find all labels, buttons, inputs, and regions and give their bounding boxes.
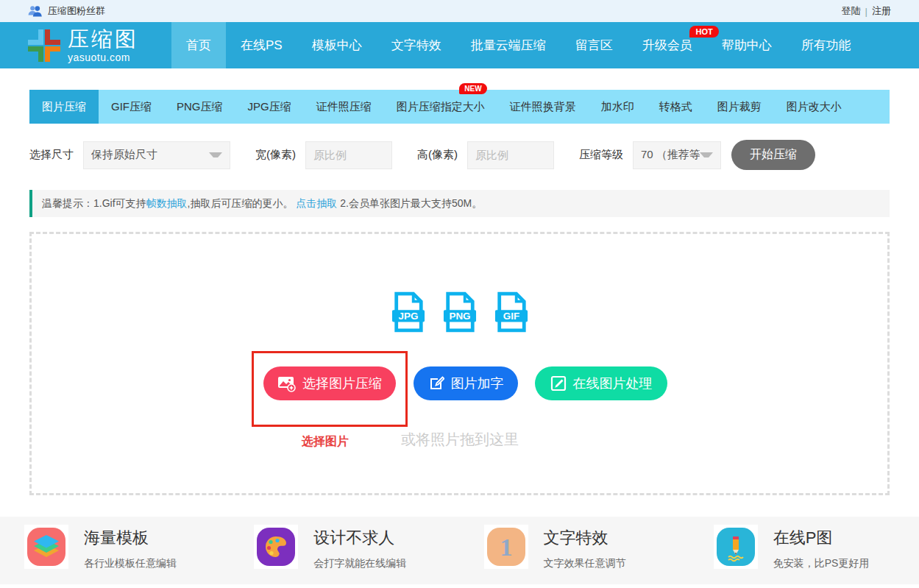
feature-text: 在线P图 免安装，比PS更好用: [773, 525, 870, 584]
register-link[interactable]: 注册: [872, 4, 891, 18]
fan-group-label: 压缩图粉丝群: [48, 4, 105, 18]
logo-cross-icon: [28, 29, 60, 62]
auth-separator: |: [865, 6, 867, 17]
nav-item-online-ps[interactable]: 在线PS: [226, 22, 297, 68]
feature-icon-tile: [24, 525, 68, 569]
height-input[interactable]: [467, 141, 554, 169]
nav-item-upgrade-vip[interactable]: 升级会员 HOT: [628, 22, 707, 68]
palette-icon: [257, 528, 295, 566]
nav-item-label: 文字特效: [391, 37, 441, 54]
subnav-item-label: GIF压缩: [111, 100, 152, 114]
file-type-icons: JPG PNG GIF: [32, 234, 887, 333]
online-image-process-button[interactable]: 在线图片处理: [535, 366, 667, 400]
features-footer: 海量模板 各行业模板任意编辑 设计不求人 会打字就能在线编辑 1: [0, 517, 919, 584]
logo-text: 压缩图 yasuotu.com: [68, 29, 138, 63]
feature-icon-tile: 1: [484, 525, 528, 569]
feature-text: 海量模板 各行业模板任意编辑: [84, 525, 177, 584]
edit-square-icon: [428, 375, 444, 392]
nav-item-batch-cloud-compress[interactable]: 批量云端压缩: [456, 22, 561, 68]
image-plus-icon: [277, 375, 296, 392]
nav-item-label: 模板中心: [312, 37, 362, 54]
jpg-file-icon: JPG: [391, 291, 425, 333]
subnav-item-resize[interactable]: 图片改大小: [774, 90, 854, 124]
nav-item-label: 帮助中心: [722, 37, 772, 54]
height-label: 高(像素): [417, 148, 458, 162]
subnav-item-gif-compress[interactable]: GIF压缩: [99, 90, 164, 124]
nav-item-text-effects[interactable]: 文字特效: [377, 22, 456, 68]
feature-subtitle: 免安装，比PS更好用: [773, 557, 870, 570]
feature-text: 文字特效 文字效果任意调节: [544, 525, 626, 584]
size-label: 选择尺寸: [29, 148, 74, 162]
feature-icon-tile: [254, 525, 298, 569]
layers-icon: [27, 528, 65, 566]
feature-subtitle: 会打字就能在线编辑: [313, 557, 406, 570]
auth-links: 登陆 | 注册: [842, 4, 891, 18]
nav-item-help-center[interactable]: 帮助中心: [707, 22, 787, 68]
pencil-icon: [717, 528, 755, 566]
subnav-item-label: 证件照换背景: [510, 100, 576, 114]
chevron-down-icon: [209, 152, 222, 157]
gif-label: GIF: [503, 311, 519, 322]
level-select[interactable]: 70 （推荐等级）: [633, 141, 721, 169]
add-text-label: 图片加字: [451, 375, 504, 392]
click-extract-link[interactable]: 点击抽取: [296, 197, 337, 209]
group-people-icon: [28, 5, 43, 17]
feature-subtitle: 文字效果任意调节: [544, 557, 626, 570]
drag-drop-hint: 或将照片拖到这里: [401, 430, 519, 450]
feature-icon-tile: [714, 525, 758, 569]
site-logo[interactable]: 压缩图 yasuotu.com: [28, 22, 138, 68]
subnav-item-compress-to-size[interactable]: 图片压缩指定大小 NEW: [384, 90, 497, 124]
frame-extract-link[interactable]: 帧数抽取: [146, 197, 188, 209]
main-nav: 压缩图 yasuotu.com 首页 在线PS 模板中心 文字特效 批量云端压缩…: [0, 22, 919, 68]
tip-text: 温馨提示：1.Gif可支持帧数抽取,抽取后可压缩的更小。 点击抽取 2.会员单张…: [42, 197, 482, 210]
subnav-item-label: 转格式: [659, 100, 692, 114]
subnav-item-label: JPG压缩: [248, 100, 291, 114]
select-image-caption: 选择图片: [302, 434, 349, 450]
nav-item-home[interactable]: 首页: [171, 22, 226, 68]
feature-design[interactable]: 设计不求人 会打字就能在线编辑: [230, 525, 459, 584]
subnav-item-convert-format[interactable]: 转格式: [647, 90, 705, 124]
chevron-down-icon: [700, 152, 713, 157]
feature-subtitle: 各行业模板任意编辑: [84, 557, 177, 570]
fan-group-link[interactable]: 压缩图粉丝群: [28, 4, 105, 18]
feature-online-ps[interactable]: 在线P图 免安装，比PS更好用: [689, 525, 919, 584]
subnav-item-watermark[interactable]: 加水印: [589, 90, 647, 124]
level-label: 压缩等级: [579, 148, 623, 162]
png-file-icon: PNG: [443, 291, 477, 333]
tip-bar: 温馨提示：1.Gif可支持帧数抽取,抽取后可压缩的更小。 点击抽取 2.会员单张…: [29, 190, 890, 217]
subnav-item-png-compress[interactable]: PNG压缩: [164, 90, 235, 124]
feature-title: 海量模板: [84, 527, 177, 549]
new-badge: NEW: [459, 83, 486, 94]
nav-item-label: 在线PS: [241, 37, 283, 54]
nav-item-label: 升级会员: [642, 37, 692, 54]
subnav-item-crop[interactable]: 图片裁剪: [705, 90, 774, 124]
nav-item-message-board[interactable]: 留言区: [561, 22, 628, 68]
subnav-item-label: 图片裁剪: [717, 100, 762, 114]
subnav-item-id-photo-background[interactable]: 证件照换背景: [497, 90, 589, 124]
subnav-item-label: 证件照压缩: [316, 100, 372, 114]
width-label: 宽(像素): [255, 148, 296, 162]
start-compress-button[interactable]: 开始压缩: [731, 140, 815, 170]
subnav-item-label: 图片改大小: [787, 100, 842, 114]
size-select[interactable]: 保持原始尺寸: [83, 141, 230, 169]
square-pencil-bolt-icon: [550, 375, 567, 392]
width-input[interactable]: [305, 141, 392, 169]
png-label: PNG: [449, 311, 470, 322]
highlight-annotation-box: 选择图片压缩: [252, 351, 408, 427]
login-link[interactable]: 登陆: [842, 4, 861, 18]
upload-dropzone[interactable]: JPG PNG GIF 选择图片压缩: [29, 232, 890, 495]
subnav-item-jpg-compress[interactable]: JPG压缩: [235, 90, 304, 124]
feature-templates[interactable]: 海量模板 各行业模板任意编辑: [0, 525, 230, 584]
select-image-compress-button[interactable]: 选择图片压缩: [263, 366, 396, 400]
subnav-item-label: 图片压缩: [42, 100, 86, 114]
add-text-button[interactable]: 图片加字: [414, 366, 518, 400]
subnav-item-image-compress[interactable]: 图片压缩: [29, 90, 99, 124]
logo-title: 压缩图: [68, 29, 138, 50]
select-image-compress-label: 选择图片压缩: [302, 375, 382, 392]
nav-item-all-features[interactable]: 所有功能: [787, 22, 866, 68]
compress-controls: 选择尺寸 保持原始尺寸 宽(像素) 高(像素) 压缩等级 70 （推荐等级） 开…: [29, 140, 890, 170]
subnav-item-id-photo-compress[interactable]: 证件照压缩: [304, 90, 384, 124]
nav-item-template-center[interactable]: 模板中心: [297, 22, 377, 68]
gif-file-icon: GIF: [494, 291, 528, 333]
feature-text-effects[interactable]: 1 文字特效 文字效果任意调节: [460, 525, 689, 584]
